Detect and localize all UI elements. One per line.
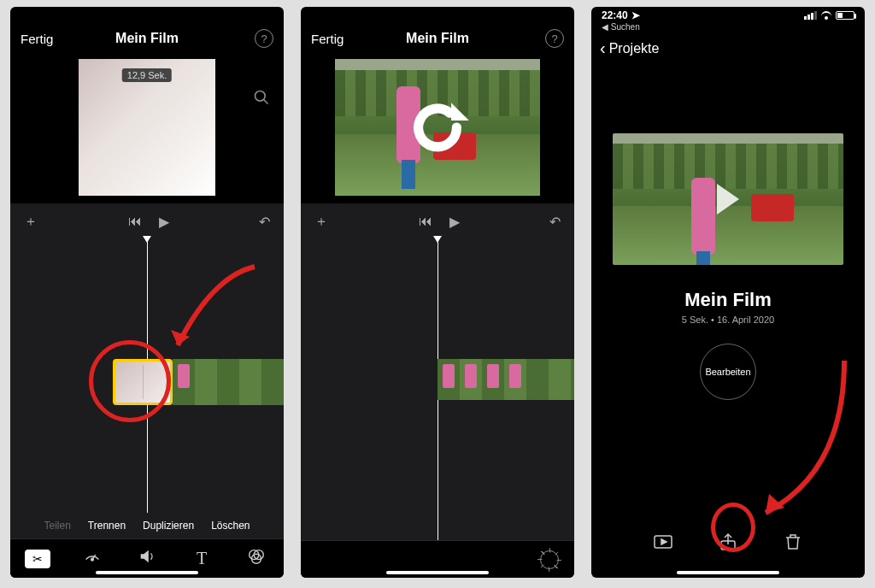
play-icon (717, 184, 739, 215)
play-icon[interactable]: ▶ (159, 214, 169, 230)
timeline[interactable] (10, 239, 284, 513)
location-icon: ➤ (631, 9, 640, 21)
done-button[interactable]: Fertig (21, 32, 53, 46)
nav-bar: Fertig Mein Film ? (10, 7, 284, 51)
preview-frame (335, 59, 540, 196)
help-icon[interactable]: ? (255, 29, 273, 48)
chevron-left-icon[interactable]: ‹ (600, 38, 606, 58)
play-icon[interactable]: ▶ (449, 214, 460, 230)
clip-action-bar: Teilen Trennen Duplizieren Löschen (10, 513, 284, 538)
svg-point-0 (255, 91, 266, 102)
play-rect-icon[interactable] (652, 532, 674, 556)
prev-frame-icon[interactable]: ⏮ (419, 214, 432, 230)
help-icon[interactable]: ? (545, 29, 564, 48)
back-to-app[interactable]: ◀ Suchen (591, 22, 865, 32)
preview-area[interactable] (301, 51, 574, 203)
prev-frame-icon[interactable]: ⏮ (128, 214, 142, 230)
battery-icon (836, 11, 854, 20)
add-media-icon[interactable]: ＋ (24, 213, 38, 231)
home-indicator[interactable] (96, 571, 198, 574)
selected-clip[interactable] (113, 359, 173, 405)
filters-icon[interactable] (244, 547, 269, 570)
timeline[interactable] (301, 239, 574, 540)
preview-area[interactable]: 12,9 Sek. (10, 51, 284, 203)
titles-icon[interactable]: T (189, 549, 214, 568)
action-delete[interactable]: Löschen (211, 520, 250, 532)
signal-icon (804, 11, 817, 20)
screenshot-panel-3: 22:40 ➤ ◀ Suchen ‹ Projekte Mein Film 5 … (591, 7, 865, 578)
share-icon[interactable] (717, 532, 739, 556)
undo-icon[interactable]: ↶ (549, 214, 561, 230)
project-title: Mein Film (684, 289, 771, 311)
annotation-arrow (161, 260, 263, 362)
wifi-icon (820, 11, 832, 20)
rotate-overlay-icon (403, 93, 472, 162)
action-split[interactable]: Teilen (44, 520, 70, 532)
volume-icon[interactable] (134, 547, 160, 570)
add-media-icon[interactable]: ＋ (314, 213, 328, 231)
video-clip[interactable] (438, 359, 574, 400)
duration-badge: 12,9 Sek. (122, 68, 172, 82)
nav-bar: Fertig Mein Film ? (301, 7, 574, 51)
video-clip[interactable] (173, 359, 284, 405)
transport-controls: ＋ ⏮ ▶ ↶ (301, 203, 574, 239)
action-duplicate[interactable]: Duplizieren (143, 520, 194, 532)
project-action-bar (591, 518, 865, 569)
project-thumbnail[interactable] (613, 133, 843, 265)
screenshot-panel-1: Fertig Mein Film ? 12,9 Sek. ＋ ⏮ ▶ ↶ (10, 7, 284, 578)
back-nav-label[interactable]: Projekte (609, 41, 660, 56)
magnifier-icon (253, 89, 270, 106)
project-meta: 5 Sek. • 16. April 2020 (682, 315, 774, 325)
edit-button[interactable]: Bearbeiten (700, 344, 756, 400)
scissors-icon[interactable]: ✂ (25, 550, 50, 568)
home-indicator[interactable] (386, 571, 489, 574)
status-time: 22:40 (602, 9, 628, 21)
undo-icon[interactable]: ↶ (259, 214, 270, 230)
transport-controls: ＋ ⏮ ▶ ↶ (10, 203, 284, 239)
project-detail: Mein Film 5 Sek. • 16. April 2020 Bearbe… (591, 65, 865, 518)
gear-icon[interactable] (540, 550, 559, 569)
speed-icon[interactable] (79, 547, 105, 570)
screenshot-panel-2: Fertig Mein Film ? ＋ ⏮ ▶ ↶ (301, 7, 574, 578)
trash-icon[interactable] (782, 532, 804, 556)
home-indicator[interactable] (677, 571, 779, 574)
status-bar: 22:40 ➤ (591, 7, 865, 22)
done-button[interactable]: Fertig (311, 32, 344, 46)
action-cut[interactable]: Trennen (88, 520, 126, 532)
zoom-icon[interactable] (253, 89, 270, 110)
svg-line-1 (264, 100, 268, 104)
nav-bar: ‹ Projekte (591, 32, 865, 65)
